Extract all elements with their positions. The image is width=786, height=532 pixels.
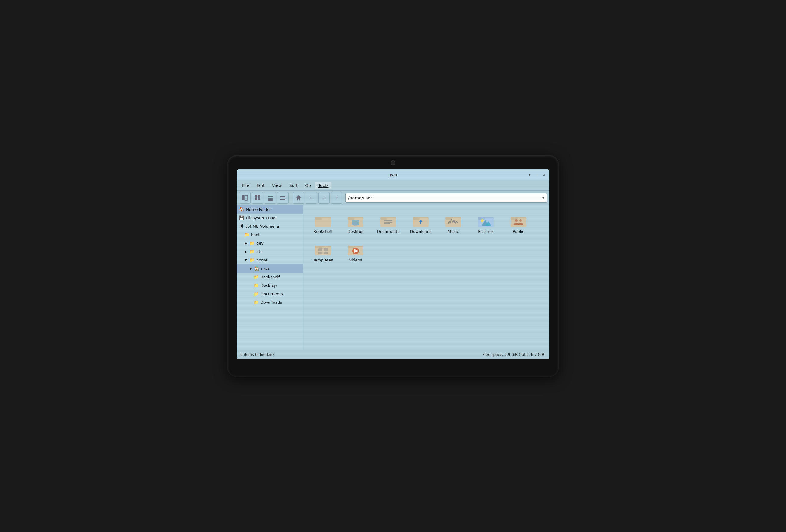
desktop-label: Desktop [347, 229, 364, 234]
svg-rect-2 [255, 195, 257, 198]
camera [391, 160, 395, 165]
svg-rect-41 [511, 218, 526, 227]
sidebar-item-etc[interactable]: ▶ 📁 etc [237, 247, 303, 256]
svg-rect-9 [280, 196, 285, 196]
sidebar-item-downloads-tree[interactable]: 📁 Downloads [237, 298, 303, 306]
volume-icon: 🗄 [239, 224, 244, 229]
screen: user ▾ □ ✕ File Edit View Sort Go Tools [237, 169, 549, 359]
statusbar: 9 items (9 hidden) Free space: 2.9 GiB (… [237, 350, 549, 359]
sidebar-item-volume[interactable]: 🗄 8.4 MB Volume ▲ [237, 222, 303, 230]
templates-label: Templates [313, 258, 333, 262]
file-grid: Bookshelf Desktop [303, 205, 549, 350]
documents-tree-icon: 📁 [254, 291, 259, 296]
documents-folder-icon [380, 212, 397, 228]
file-item-pictures[interactable]: Pictures [471, 210, 501, 236]
list-view-button[interactable] [277, 192, 288, 204]
svg-rect-14 [315, 218, 331, 227]
sidebar-home-folder-label: Home Folder [246, 207, 271, 212]
up-button[interactable]: ↑ [331, 192, 342, 204]
fs-root-icon: 💾 [239, 215, 244, 220]
toolbar: ← → ↑ /home/user ▾ [237, 191, 549, 205]
back-button[interactable]: ← [305, 192, 317, 204]
svg-rect-4 [255, 198, 257, 200]
sidebar-item-bookshelf-tree[interactable]: 📁 Bookshelf [237, 273, 303, 281]
svg-rect-33 [445, 217, 452, 219]
user-icon: 🏠 [254, 266, 259, 271]
titlebar: user ▾ □ ✕ [237, 169, 549, 180]
sidebar-item-documents-tree[interactable]: 📁 Documents [237, 290, 303, 298]
home-button[interactable] [293, 192, 304, 204]
menu-edit[interactable]: Edit [253, 182, 268, 189]
volume-expand-arrow: ▲ [276, 225, 280, 228]
sidebar-item-user[interactable]: ▼ 🏠 user [237, 264, 303, 273]
file-item-bookshelf[interactable]: Bookshelf [308, 210, 338, 236]
desktop-tree-icon: 📁 [254, 283, 259, 288]
menu-go[interactable]: Go [302, 182, 314, 189]
svg-rect-46 [315, 247, 331, 255]
address-bar[interactable]: /home/user ▾ [345, 193, 547, 203]
sidebar-item-filesystem-root[interactable]: 💾 Filesystem Root [237, 213, 303, 222]
svg-rect-47 [315, 246, 322, 248]
svg-point-44 [519, 219, 522, 222]
sidebar-downloads-label: Downloads [261, 300, 282, 305]
sidebar-item-desktop-tree[interactable]: 📁 Desktop [237, 281, 303, 290]
pictures-label: Pictures [478, 229, 493, 234]
sidebar-icon [242, 195, 248, 201]
videos-folder-icon [347, 241, 364, 257]
bookshelf-label: Bookshelf [314, 229, 333, 234]
svg-rect-51 [324, 252, 328, 254]
videos-label: Videos [349, 258, 362, 262]
icon-view-button[interactable] [252, 192, 263, 204]
minimize-button[interactable]: ▾ [527, 173, 532, 177]
svg-rect-48 [318, 248, 322, 251]
file-item-public[interactable]: Public [503, 210, 534, 236]
statusbar-left: 9 items (9 hidden) [240, 352, 274, 357]
svg-rect-24 [384, 220, 392, 221]
downloads-tree-icon: 📁 [254, 300, 259, 305]
file-item-music[interactable]: Music [438, 210, 468, 236]
menu-tools[interactable]: Tools [315, 182, 332, 189]
address-dropdown-arrow[interactable]: ▾ [542, 196, 544, 200]
compact-view-button[interactable] [264, 192, 276, 204]
sidebar-item-dev[interactable]: ▶ 📁 dev [237, 239, 303, 247]
user-expand-arrow: ▼ [249, 267, 252, 270]
bookshelf-tree-icon: 📁 [254, 274, 259, 279]
list-view-icon [280, 195, 286, 201]
sidebar-item-home-folder[interactable]: 🏠 Home Folder [237, 205, 303, 213]
svg-rect-54 [348, 246, 354, 248]
svg-point-39 [481, 219, 484, 222]
svg-rect-15 [315, 217, 322, 219]
forward-button[interactable]: → [318, 192, 330, 204]
sidebar-desktop-label: Desktop [261, 283, 277, 288]
home-dir-icon: 📁 [250, 258, 255, 262]
desktop-folder-icon [347, 212, 364, 228]
boot-icon: 📁 [244, 232, 249, 237]
maximize-button[interactable]: □ [534, 173, 539, 177]
menu-file[interactable]: File [239, 182, 252, 189]
svg-rect-26 [384, 223, 390, 224]
menu-view[interactable]: View [269, 182, 285, 189]
file-item-desktop[interactable]: Desktop [341, 210, 371, 236]
home-folder-icon: 🏠 [239, 207, 244, 212]
svg-rect-25 [384, 222, 392, 223]
icon-view-icon [255, 195, 260, 201]
sidebar-etc-label: etc [256, 249, 262, 254]
main-area: 🏠 Home Folder 💾 Filesystem Root 🗄 8.4 MB… [237, 205, 549, 350]
etc-expand-arrow: ▶ [244, 250, 248, 253]
show-sidebar-button[interactable] [239, 192, 251, 204]
svg-rect-10 [280, 198, 285, 198]
file-item-downloads[interactable]: Downloads [406, 210, 436, 236]
sidebar-boot-label: boot [251, 233, 260, 237]
sidebar-item-home[interactable]: ▼ 📁 home [237, 256, 303, 264]
svg-point-43 [515, 219, 517, 222]
window-title: user [389, 172, 398, 177]
sidebar-bookshelf-label: Bookshelf [261, 275, 280, 279]
file-item-documents[interactable]: Documents [373, 210, 403, 236]
sidebar-item-boot[interactable]: 📁 boot [237, 230, 303, 239]
menu-sort[interactable]: Sort [286, 182, 301, 189]
svg-rect-11 [280, 199, 285, 200]
file-item-videos[interactable]: Videos [341, 238, 371, 265]
file-item-templates[interactable]: Templates [308, 238, 338, 265]
close-button[interactable]: ✕ [541, 173, 547, 177]
svg-rect-42 [511, 217, 517, 219]
